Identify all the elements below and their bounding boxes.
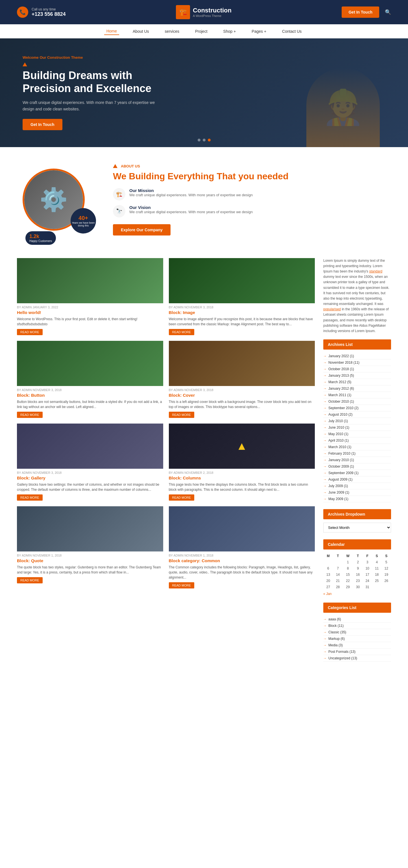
archive-link[interactable]: July 2010 (1) (328, 419, 348, 423)
calendar-day[interactable]: 16 (353, 571, 363, 578)
get-in-touch-button[interactable]: Get In Touch (342, 6, 379, 18)
archive-link[interactable]: November 2018 (11) (328, 361, 359, 365)
archive-link[interactable]: October 2010 (1) (328, 400, 354, 403)
calendar-day[interactable]: 17 (363, 571, 372, 578)
archive-list-item[interactable]: April 2010 (1) (323, 437, 391, 444)
archive-list-item[interactable]: November 2018 (11) (323, 360, 391, 366)
calendar-day[interactable]: 19 (381, 571, 391, 578)
calendar-day[interactable]: 31 (363, 584, 372, 590)
archive-list-item[interactable]: August 2010 (2) (323, 411, 391, 418)
archive-list-item[interactable]: October 2009 (1) (323, 463, 391, 470)
calendar-day[interactable]: 27 (323, 584, 333, 590)
calendar-day[interactable]: 15 (343, 571, 353, 578)
archive-list-item[interactable]: January 2013 (5) (323, 372, 391, 379)
archive-dropdown-select[interactable]: Select Month January 2022November 2018Oc… (323, 523, 391, 532)
calendar-day[interactable]: 5 (381, 559, 391, 565)
archive-list-item[interactable]: January 2022 (1) (323, 353, 391, 360)
explore-button[interactable]: Explore Our Company (113, 224, 170, 236)
archive-list-item[interactable]: May 2010 (1) (323, 431, 391, 437)
sidebar-link-standard[interactable]: standard (369, 269, 382, 273)
category-link[interactable]: Classic (35) (328, 630, 346, 634)
category-link[interactable]: Markup (6) (328, 637, 345, 641)
read-more-button[interactable]: READ MORE (169, 582, 194, 588)
category-list-item[interactable]: Uncategorized (13) (323, 655, 391, 661)
calendar-day[interactable]: 13 (323, 571, 333, 578)
read-more-button[interactable]: READ MORE (169, 494, 194, 501)
calendar-day[interactable]: 23 (353, 578, 363, 584)
calendar-prev[interactable]: « Jan (323, 592, 332, 596)
archive-list-item[interactable]: March 2012 (5) (323, 379, 391, 385)
calendar-day[interactable]: 8 (343, 565, 353, 571)
calendar-day[interactable]: 14 (333, 571, 343, 578)
archive-link[interactable]: May 2010 (1) (328, 432, 348, 436)
archive-link[interactable]: January 2010 (1) (328, 458, 354, 462)
hero-dot-1[interactable] (198, 138, 200, 142)
archive-list-item[interactable]: October 2018 (1) (323, 366, 391, 372)
read-more-button[interactable]: READ MORE (17, 494, 43, 501)
nav-shop[interactable]: Shop + (221, 28, 238, 35)
hero-dot-3[interactable] (208, 138, 211, 142)
archive-link[interactable]: June 2009 (1) (328, 491, 349, 494)
category-list-item[interactable]: Block (11) (323, 623, 391, 629)
archive-link[interactable]: August 2009 (1) (328, 477, 352, 482)
nav-services[interactable]: services (163, 28, 182, 35)
sidebar-link-popularised[interactable]: popularised (323, 307, 341, 311)
archive-list-item[interactable]: June 2009 (1) (323, 489, 391, 496)
archive-link[interactable]: June 2010 (1) (328, 426, 349, 430)
nav-contact[interactable]: Contact Us (280, 28, 304, 35)
calendar-day[interactable]: 12 (381, 565, 391, 571)
category-link[interactable]: Media (3) (328, 643, 343, 647)
archive-link[interactable]: May 2009 (1) (328, 497, 348, 501)
archive-link[interactable]: January 2012 (6) (328, 386, 354, 391)
category-list-item[interactable]: Markup (6) (323, 636, 391, 642)
archive-list-item[interactable]: February 2010 (1) (323, 451, 391, 457)
calendar-day[interactable]: 4 (372, 559, 382, 565)
calendar-day[interactable]: 11 (372, 565, 382, 571)
archive-list-item[interactable]: September 2009 (1) (323, 470, 391, 476)
calendar-day[interactable]: 21 (333, 578, 343, 584)
logo[interactable]: 🏗️ Construction A WordPress Theme (176, 5, 231, 19)
category-list-item[interactable]: aaaa (6) (323, 616, 391, 623)
archive-link[interactable]: July 2009 (1) (328, 484, 348, 488)
archive-list-item[interactable]: January 2010 (1) (323, 457, 391, 463)
calendar-day[interactable]: 28 (333, 584, 343, 590)
calendar-day[interactable]: 7 (333, 565, 343, 571)
archive-list-item[interactable]: October 2010 (1) (323, 398, 391, 405)
archive-link[interactable]: January 2022 (1) (328, 354, 354, 358)
category-list-item[interactable]: Classic (35) (323, 629, 391, 636)
archive-link[interactable]: October 2018 (1) (328, 367, 354, 371)
hero-cta-button[interactable]: Get In Touch (23, 119, 62, 130)
calendar-day[interactable]: 9 (353, 565, 363, 571)
calendar-day[interactable]: 20 (323, 578, 333, 584)
calendar-day[interactable]: 18 (372, 571, 382, 578)
nav-about[interactable]: About Us (130, 28, 151, 35)
archive-link[interactable]: March 2010 (1) (328, 445, 351, 449)
calendar-day[interactable]: 29 (343, 584, 353, 590)
archive-link[interactable]: March 2011 (1) (328, 393, 351, 397)
archive-link[interactable]: March 2012 (5) (328, 380, 351, 384)
hero-dot-2[interactable] (203, 138, 206, 142)
calendar-day[interactable]: 30 (353, 584, 363, 590)
calendar-day[interactable]: 10 (363, 565, 372, 571)
read-more-button[interactable]: READ MORE (17, 329, 43, 335)
archive-list-item[interactable]: July 2009 (1) (323, 483, 391, 489)
archive-list-item[interactable]: March 2011 (1) (323, 392, 391, 398)
archive-list-item[interactable]: July 2010 (1) (323, 418, 391, 425)
calendar-day[interactable]: 24 (363, 578, 372, 584)
category-link[interactable]: Uncategorized (13) (328, 656, 357, 660)
calendar-day[interactable]: 2 (353, 559, 363, 565)
nav-pages[interactable]: Pages + (249, 28, 269, 35)
read-more-button[interactable]: READ MORE (169, 412, 194, 418)
archive-list-item[interactable]: January 2012 (6) (323, 385, 391, 392)
archive-link[interactable]: January 2013 (5) (328, 374, 354, 377)
archive-link[interactable]: September 2010 (2) (328, 406, 358, 410)
read-more-button[interactable]: READ MORE (17, 577, 43, 583)
archive-list-item[interactable]: March 2010 (1) (323, 444, 391, 451)
calendar-day[interactable]: 3 (363, 559, 372, 565)
category-link[interactable]: Block (11) (328, 624, 344, 628)
archive-list-item[interactable]: May 2009 (1) (323, 496, 391, 502)
calendar-day[interactable]: 25 (372, 578, 382, 584)
category-list-item[interactable]: Post Formats (13) (323, 649, 391, 655)
category-list-item[interactable]: Media (3) (323, 642, 391, 649)
archive-link[interactable]: October 2009 (1) (328, 465, 354, 468)
